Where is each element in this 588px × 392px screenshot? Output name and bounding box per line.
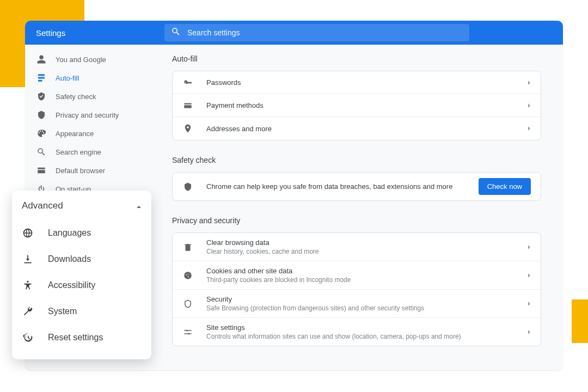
popout-item-downloads[interactable]: Downloads (12, 246, 151, 272)
sidebar-item-label: Safety check (56, 93, 96, 101)
sidebar-item-you-and-google[interactable]: You and Google (25, 50, 164, 69)
popout-item-system[interactable]: System (12, 298, 151, 324)
row-label: Clear browsing data (206, 238, 528, 247)
check-now-button[interactable]: Check now (479, 178, 531, 195)
sidebar-item-label: You and Google (56, 56, 106, 64)
popout-item-label: Languages (48, 228, 91, 238)
shield-check-icon (36, 91, 47, 102)
shield-filled-icon (182, 181, 193, 192)
chevron-right-icon (528, 327, 531, 337)
popout-item-label: Downloads (48, 254, 91, 264)
popout-item-accessibility[interactable]: Accessibility (12, 272, 151, 298)
autofill-card: Passwords Payment methods Addresses and … (172, 71, 541, 140)
sidebar-item-label: Appearance (56, 130, 94, 138)
safety-text: Chrome can help keep you safe from data … (206, 182, 479, 191)
chevron-right-icon (528, 271, 531, 280)
advanced-title: Advanced (22, 200, 63, 211)
sidebar-item-autofill[interactable]: Auto-fill (25, 69, 164, 87)
history-icon (22, 332, 34, 344)
row-payment-methods[interactable]: Payment methods (173, 94, 541, 117)
key-icon (182, 77, 193, 88)
sidebar-item-label: Default browser (56, 167, 105, 175)
section-title-autofill: Auto-fill (172, 54, 541, 63)
search-input[interactable] (187, 28, 463, 37)
section-title-privacy: Privacy and security (172, 216, 541, 225)
popout-item-reset-settings[interactable]: Reset settings (12, 324, 151, 351)
row-site-settings[interactable]: Site settings Controls what information … (173, 318, 541, 346)
row-sublabel: Clear history, cookies, cache and more (206, 248, 528, 255)
svg-point-0 (184, 272, 192, 279)
sidebar-item-label: Auto-fill (56, 74, 79, 82)
trash-icon (182, 242, 193, 253)
chevron-right-icon (528, 299, 531, 309)
row-label: Site settings (206, 323, 528, 332)
search-icon (171, 27, 187, 39)
main-content: Auto-fill Passwords Payment methods Addr… (164, 45, 563, 370)
cookie-icon (182, 270, 193, 281)
safety-check-row: Chrome can help keep you safe from data … (173, 173, 541, 200)
sidebar-item-privacy[interactable]: Privacy and security (25, 106, 164, 124)
palette-icon (36, 128, 47, 139)
row-label: Payment methods (206, 101, 528, 109)
advanced-popout: Advanced Languages Downloads Accessibili… (12, 191, 151, 359)
sliders-icon (182, 327, 193, 338)
privacy-card: Clear browsing data Clear history, cooki… (172, 232, 541, 346)
row-label: Passwords (206, 78, 528, 87)
location-icon (182, 123, 193, 134)
wrench-icon (22, 305, 34, 317)
chevron-right-icon (528, 124, 531, 133)
sidebar-item-safety-check[interactable]: Safety check (25, 87, 164, 106)
magnify-icon (36, 146, 47, 157)
chevron-right-icon (528, 242, 531, 252)
chevron-right-icon (528, 78, 531, 88)
shield-icon (36, 109, 47, 120)
row-clear-browsing-data[interactable]: Clear browsing data Clear history, cooki… (173, 233, 541, 261)
sidebar-item-appearance[interactable]: Appearance (25, 124, 164, 143)
sidebar-item-search-engine[interactable]: Search engine (25, 143, 164, 161)
row-sublabel: Controls what information sites can use … (206, 333, 528, 340)
popout-item-label: Accessibility (48, 280, 95, 290)
globe-icon (22, 227, 34, 239)
row-addresses[interactable]: Addresses and more (173, 117, 541, 140)
browser-icon (36, 165, 47, 176)
section-title-safety: Safety check (172, 156, 541, 164)
chevron-right-icon (528, 101, 531, 111)
user-icon (36, 54, 47, 65)
row-sublabel: Safe Browsing (protection from dangerous… (206, 304, 528, 312)
safety-check-card: Chrome can help keep you safe from data … (172, 172, 541, 201)
svg-point-5 (188, 333, 189, 334)
sidebar-item-label: Search engine (56, 148, 101, 156)
chevron-up-icon (136, 201, 142, 211)
popout-item-languages[interactable]: Languages (12, 220, 151, 246)
row-security[interactable]: Security Safe Browsing (protection from … (173, 290, 541, 318)
form-icon (36, 72, 47, 83)
header-bar: Settings (25, 21, 563, 45)
row-sublabel: Third-party cookies are blocked in Incog… (206, 276, 528, 284)
popout-item-label: System (48, 307, 77, 316)
row-label: Addresses and more (206, 125, 528, 133)
row-passwords[interactable]: Passwords (173, 71, 541, 94)
svg-point-4 (186, 329, 188, 331)
svg-point-1 (186, 274, 187, 275)
sidebar-item-label: Privacy and security (56, 111, 119, 119)
row-label: Security (206, 295, 528, 303)
accessibility-icon (22, 279, 34, 291)
svg-point-2 (188, 274, 189, 275)
popout-item-label: Reset settings (48, 333, 103, 342)
decorative-yellow-block (572, 299, 588, 343)
svg-point-3 (188, 276, 189, 277)
row-label: Cookies and other site data (206, 267, 528, 275)
page-title: Settings (36, 28, 164, 38)
card-icon (182, 100, 193, 111)
row-cookies[interactable]: Cookies and other site data Third-party … (173, 261, 541, 290)
sidebar-item-default-browser[interactable]: Default browser (25, 161, 164, 180)
search-field[interactable] (164, 24, 469, 41)
shield-outline-icon (182, 298, 193, 309)
advanced-toggle[interactable]: Advanced (12, 200, 151, 215)
svg-point-6 (27, 281, 28, 283)
download-icon (22, 253, 34, 265)
